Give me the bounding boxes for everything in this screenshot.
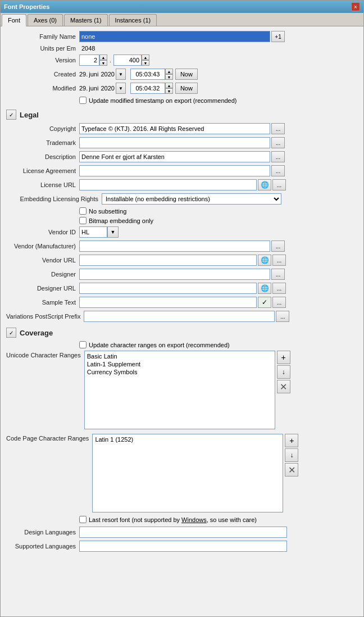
sample-text-check-button[interactable]: ✓ (258, 297, 271, 308)
list-item[interactable]: Latin 1 (1252) (94, 435, 281, 443)
unicode-ranges-move-down-button[interactable]: ↓ (277, 365, 290, 379)
license-url-globe-button[interactable]: 🌐 (258, 179, 271, 190)
list-item[interactable]: Basic Latin (86, 352, 274, 360)
list-item[interactable]: Latin-1 Supplement (86, 360, 274, 368)
version-minor-down[interactable]: ▼ (142, 60, 149, 66)
designer-url-globe-button[interactable]: 🌐 (258, 283, 271, 294)
unicode-ranges-add-button[interactable]: + (277, 351, 290, 364)
created-time-up[interactable]: ▲ (165, 69, 173, 74)
family-name-input[interactable] (79, 31, 270, 42)
version-major-input[interactable] (79, 55, 99, 66)
supported-languages-input[interactable] (79, 541, 287, 552)
vendor-id-input[interactable] (79, 226, 107, 238)
variations-prefix-label: Variations PostScript Prefix (6, 313, 84, 320)
license-agreement-dots-button[interactable]: ... (271, 165, 285, 176)
tab-masters[interactable]: Masters (1) (64, 14, 108, 26)
embedding-select[interactable]: Installable (no embedding restrictions) (102, 193, 281, 205)
trademark-input[interactable] (79, 137, 270, 148)
vendor-url-input[interactable] (79, 255, 257, 266)
trademark-dots-button[interactable]: ... (271, 137, 285, 148)
modified-time-spinners: ▲ ▼ (165, 83, 173, 94)
license-agreement-input[interactable] (79, 165, 270, 176)
modified-time-down[interactable]: ▼ (165, 88, 173, 94)
license-url-row: License URL 🌐 ... (6, 179, 358, 190)
created-date-group: 29. juni 2020 ▼ (79, 69, 126, 80)
version-major-up[interactable]: ▲ (99, 55, 107, 60)
code-page-ranges-add-button[interactable]: + (285, 434, 298, 447)
unicode-ranges-remove-button[interactable]: ✕ (277, 380, 290, 393)
designer-url-dots-button[interactable]: ... (272, 283, 286, 294)
code-page-ranges-move-down-button[interactable]: ↓ (285, 448, 298, 462)
tab-font[interactable]: Font (2, 14, 26, 26)
variations-prefix-input[interactable] (84, 311, 275, 322)
trademark-row: Trademark ... (6, 137, 358, 148)
supported-languages-row: Supported Languages (6, 541, 358, 552)
modified-now-button[interactable]: Now (175, 83, 198, 94)
created-date-dropdown[interactable]: ▼ (116, 69, 126, 80)
last-resort-checkbox[interactable] (79, 516, 87, 523)
description-input[interactable] (79, 151, 270, 162)
code-page-ranges-label: Code Page Character Ranges (6, 435, 92, 442)
modified-time-up[interactable]: ▲ (165, 83, 173, 88)
close-button[interactable]: × (351, 2, 360, 11)
designer-dots-button[interactable]: ... (271, 269, 285, 280)
designer-url-row: Designer URL 🌐 ... (6, 283, 358, 294)
code-page-ranges-remove-button[interactable]: ✕ (285, 463, 298, 477)
created-time-input[interactable] (130, 69, 165, 80)
vendor-manufacturer-row: Vendor (Manufacturer) ... (6, 241, 358, 252)
tab-instances[interactable]: Instances (1) (109, 14, 157, 26)
created-now-button[interactable]: Now (175, 69, 198, 80)
bitmap-only-checkbox[interactable] (79, 217, 87, 224)
variations-prefix-dots-button[interactable]: ... (276, 311, 289, 322)
modified-month: juni (89, 85, 98, 92)
created-day: 29. (79, 71, 88, 78)
vendor-url-dots-button[interactable]: ... (272, 255, 286, 266)
update-modified-label: Update modified timestamp on export (rec… (89, 97, 237, 104)
bottom-spacer (6, 555, 358, 566)
modified-date-dropdown[interactable]: ▼ (116, 83, 126, 94)
version-minor-input[interactable] (113, 55, 142, 66)
main-content: Family Name +1 Units per Em 2048 Version… (1, 26, 363, 616)
license-url-input[interactable] (79, 179, 257, 190)
code-page-ranges-listbox[interactable]: Latin 1 (1252) (92, 434, 283, 512)
designer-url-input[interactable] (79, 283, 257, 294)
tab-axes[interactable]: Axes (0) (28, 14, 63, 26)
designer-url-label: Designer URL (6, 285, 79, 292)
copyright-input[interactable] (79, 123, 270, 134)
unicode-ranges-buttons: + ↓ ✕ (277, 351, 290, 394)
vendor-manufacturer-dots-button[interactable]: ... (271, 241, 285, 252)
embedding-label: Embedding Licensing Rights (6, 196, 102, 202)
modified-time-input[interactable] (130, 83, 165, 94)
version-major-down[interactable]: ▼ (99, 60, 107, 66)
version-minor-up[interactable]: ▲ (142, 55, 149, 60)
no-subsetting-checkbox[interactable] (79, 207, 87, 215)
update-modified-checkbox[interactable] (79, 97, 87, 104)
copyright-dots-button[interactable]: ... (271, 123, 285, 134)
add-master-button[interactable]: +1 (271, 31, 285, 42)
design-languages-input[interactable] (79, 527, 287, 538)
description-dots-button[interactable]: ... (271, 151, 285, 162)
vendor-id-dropdown[interactable]: ▼ (107, 226, 119, 238)
vendor-manufacturer-input[interactable] (79, 241, 270, 252)
license-url-dots-button[interactable]: ... (272, 179, 286, 190)
font-properties-window: Font Properties × Font Axes (0) Masters … (0, 0, 364, 617)
version-major-spinners: ▲ ▼ (99, 55, 107, 66)
created-time-down[interactable]: ▼ (165, 74, 173, 80)
created-time-spinners: ▲ ▼ (165, 69, 173, 80)
sample-text-input[interactable] (79, 297, 257, 308)
update-char-ranges-label: Update character ranges on export (recom… (89, 342, 230, 348)
supported-languages-label: Supported Languages (6, 543, 79, 550)
windows-link[interactable]: Windows (181, 516, 207, 523)
modified-row: Modified 29. juni 2020 ▼ ▲ ▼ Now (6, 83, 358, 94)
unicode-ranges-listbox[interactable]: Basic Latin Latin-1 Supplement Currency … (84, 351, 275, 429)
list-item[interactable]: Currency Symbols (86, 368, 274, 376)
designer-input[interactable] (79, 269, 270, 280)
vendor-url-globe-button[interactable]: 🌐 (258, 255, 271, 266)
sample-text-dots-button[interactable]: ... (272, 297, 286, 308)
update-char-ranges-row: Update character ranges on export (recom… (79, 341, 358, 348)
version-label: Version (6, 57, 79, 63)
update-char-ranges-checkbox[interactable] (79, 341, 87, 348)
legal-toggle[interactable]: ✓ (6, 110, 16, 120)
design-languages-label: Design Languages (6, 529, 79, 536)
coverage-toggle[interactable]: ✓ (6, 328, 16, 338)
